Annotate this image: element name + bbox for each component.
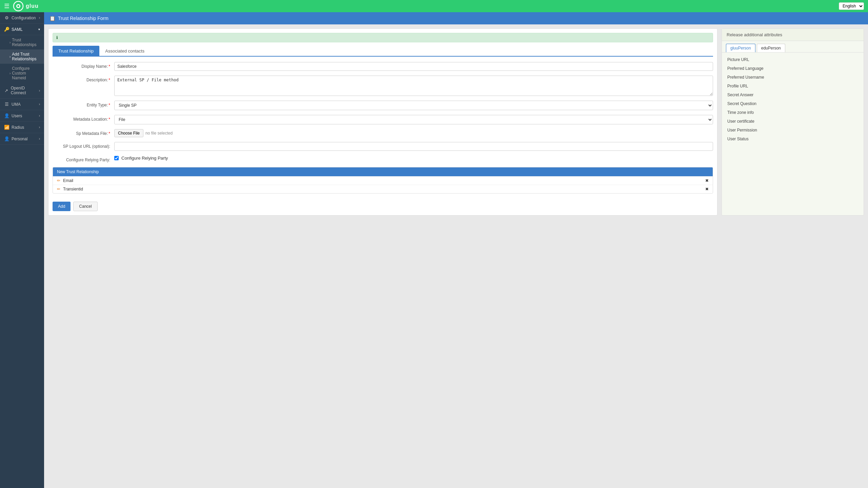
- logo-text: gluu: [26, 3, 39, 9]
- sidebar-item-configure-custom-nameid[interactable]: › Configure Custom Nameid: [0, 64, 44, 83]
- checkbox-label: Configure Relying Party: [121, 156, 168, 161]
- form-tabs: Trust Relationship Associated contacts: [53, 46, 713, 57]
- arrow-icon: ›: [9, 72, 11, 75]
- required-marker: *: [108, 64, 110, 69]
- sidebar-item-add-trust-relationships[interactable]: › Add Trust Relationships: [0, 49, 44, 64]
- list-item[interactable]: User certificate: [722, 117, 864, 126]
- trust-table: New Trust Relationship ✏ Email ✖ ✏ Trans…: [53, 167, 713, 194]
- sp-logout-url-label: SP Logout URL (optional):: [53, 142, 110, 149]
- main-content: 📋 Trust Relationship Form ℹ Trust Relati…: [44, 12, 868, 488]
- list-item[interactable]: Profile URL: [722, 82, 864, 90]
- sidebar-item-label: OpenID Connect: [11, 86, 37, 95]
- chevron-right-icon: ›: [39, 137, 40, 141]
- radius-icon: 📶: [4, 125, 9, 130]
- chevron-right-icon: ›: [39, 89, 40, 93]
- tab-trust-relationship[interactable]: Trust Relationship: [53, 46, 99, 56]
- entity-type-label: Entity Type:*: [53, 101, 110, 107]
- list-item[interactable]: Picture URL: [722, 55, 864, 64]
- required-marker: *: [108, 117, 110, 122]
- list-item[interactable]: Secret Answer: [722, 90, 864, 99]
- sidebar-item-uma[interactable]: ☰ UMA ›: [0, 99, 44, 110]
- configure-relying-party-checkbox[interactable]: [114, 156, 119, 160]
- tab-associated-contacts[interactable]: Associated contacts: [99, 46, 150, 56]
- list-item[interactable]: Secret Question: [722, 99, 864, 108]
- users-icon: 👤: [4, 113, 9, 118]
- chevron-right-icon: ›: [39, 16, 40, 20]
- arrow-icon: ›: [9, 55, 11, 59]
- required-marker: *: [108, 103, 110, 107]
- config-icon: ⚙: [4, 15, 9, 20]
- display-name-group: Display Name:*: [53, 62, 713, 71]
- metadata-location-label: Metadata Location:*: [53, 115, 110, 122]
- metadata-location-group: Metadata Location:* File URI Generate: [53, 115, 713, 124]
- sidebar-item-radius[interactable]: 📶 Radius ›: [0, 122, 44, 133]
- page-header: 📋 Trust Relationship Form: [44, 12, 868, 24]
- info-icon: ℹ: [56, 35, 58, 40]
- sidebar-item-configuration[interactable]: ⚙ Configuration ›: [0, 12, 44, 24]
- attribute-tabs: gluuPerson eduPerson: [722, 41, 864, 53]
- sidebar-item-label: Users: [12, 114, 22, 118]
- entity-type-select[interactable]: Single SP Federation: [114, 101, 713, 110]
- row-name: Transientid: [63, 187, 703, 191]
- info-box: ℹ: [53, 33, 713, 42]
- chevron-right-icon: ›: [39, 114, 40, 118]
- list-item[interactable]: User Permission: [722, 126, 864, 135]
- sidebar-item-trust-relationships[interactable]: › Trust Relationships: [0, 35, 44, 49]
- table-row: ✏ Email ✖: [53, 176, 713, 185]
- delete-icon[interactable]: ✖: [705, 187, 709, 191]
- delete-icon[interactable]: ✖: [705, 178, 709, 183]
- sidebar-item-label: Personal: [12, 137, 27, 141]
- display-name-input[interactable]: [114, 62, 713, 71]
- sidebar-item-openid-connect[interactable]: ↗ OpenID Connect ›: [0, 83, 44, 99]
- chevron-right-icon: ›: [39, 102, 40, 106]
- choose-file-button[interactable]: Choose File: [114, 129, 143, 137]
- sp-logout-url-input[interactable]: [114, 142, 713, 151]
- list-item[interactable]: Preferred Username: [722, 73, 864, 82]
- chevron-down-icon: ▾: [38, 27, 40, 31]
- sidebar-sub-label: Configure Custom Nameid: [12, 66, 40, 80]
- sp-metadata-file-group: Sp Metadata File:* Choose File no file s…: [53, 129, 713, 137]
- metadata-location-select[interactable]: File URI Generate: [114, 115, 713, 124]
- configure-relying-party-group: Configure Relying Party: Configure Relyi…: [53, 156, 713, 162]
- app-logo: gluu: [13, 1, 39, 12]
- description-input[interactable]: External SP / File method: [114, 76, 713, 96]
- sidebar-item-personal[interactable]: 👤 Personal ›: [0, 133, 44, 145]
- configure-relying-party-label: Configure Relying Party:: [53, 156, 110, 162]
- form-icon: 📋: [50, 16, 55, 21]
- app-layout: ⚙ Configuration › 🔑 SAML ▾ › Trust Relat…: [0, 12, 868, 488]
- cancel-button[interactable]: Cancel: [73, 202, 97, 211]
- description-group: Description:* External SP / File method: [53, 76, 713, 96]
- sidebar: ⚙ Configuration › 🔑 SAML ▾ › Trust Relat…: [0, 12, 44, 488]
- sidebar-item-label: Radius: [12, 125, 24, 130]
- required-marker: *: [108, 78, 110, 82]
- right-panel: Release additional attributes gluuPerson…: [722, 28, 864, 216]
- edit-icon[interactable]: ✏: [57, 178, 60, 183]
- no-file-label: no file selected: [145, 131, 173, 136]
- add-button[interactable]: Add: [53, 202, 71, 211]
- sp-logout-url-group: SP Logout URL (optional):: [53, 142, 713, 151]
- hamburger-menu[interactable]: ☰: [4, 2, 9, 10]
- arrow-icon: ›: [9, 41, 11, 44]
- chevron-right-icon: ›: [39, 125, 40, 129]
- saml-icon: 🔑: [4, 27, 9, 32]
- list-item[interactable]: Preferred Language: [722, 64, 864, 73]
- list-item[interactable]: User Status: [722, 135, 864, 143]
- sidebar-item-saml[interactable]: 🔑 SAML ▾: [0, 24, 44, 35]
- language-selector[interactable]: English: [839, 2, 864, 10]
- entity-type-group: Entity Type:* Single SP Federation: [53, 101, 713, 110]
- edit-icon[interactable]: ✏: [57, 187, 60, 191]
- tab-gluu-person[interactable]: gluuPerson: [726, 44, 755, 52]
- tab-edu-person[interactable]: eduPerson: [757, 44, 785, 52]
- required-marker: *: [108, 131, 110, 136]
- content-area: ℹ Trust Relationship Associated contacts…: [44, 24, 868, 220]
- table-row: ✏ Transientid ✖: [53, 185, 713, 193]
- form-panel: ℹ Trust Relationship Associated contacts…: [48, 28, 717, 216]
- sidebar-item-users[interactable]: 👤 Users ›: [0, 110, 44, 122]
- action-buttons: Add Cancel: [53, 199, 713, 211]
- sidebar-item-label: Configuration: [12, 16, 36, 20]
- list-item[interactable]: Time zone info: [722, 108, 864, 117]
- sp-metadata-file-label: Sp Metadata File:*: [53, 129, 110, 136]
- top-navigation: ☰ gluu English: [0, 0, 868, 12]
- description-label: Description:*: [53, 76, 110, 82]
- sidebar-item-label: UMA: [12, 102, 21, 107]
